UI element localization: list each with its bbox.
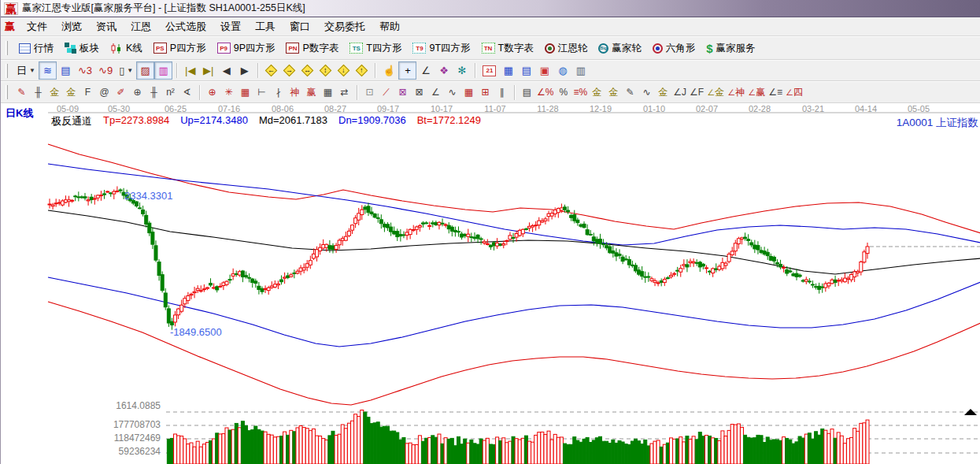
btn-volume-view[interactable]: ▥ [154,61,172,80]
draw-tool-47[interactable]: ∠四 [784,84,804,101]
btn-period-day[interactable]: 日▼ [13,61,39,80]
btn-next-page[interactable]: ▶ [235,61,253,80]
draw-tool-38[interactable]: ✎ [622,84,638,101]
btn-crosshair[interactable]: + [398,61,416,80]
draw-tool-44[interactable]: ∠神 [726,84,746,101]
btn-p-square[interactable]: PSP四方形 [148,40,212,57]
draw-tool-18[interactable]: 赢 [303,84,320,101]
draw-tool-40[interactable]: 金 [655,84,671,101]
draw-tool-16[interactable]: ∤ [270,84,287,101]
draw-tool-32[interactable]: ▤ [519,84,535,101]
draw-tool-27[interactable]: ∿ [444,84,460,101]
btn-wave-9[interactable]: ∿9 [95,61,116,80]
draw-tool-35[interactable]: ≡% [571,84,589,101]
menu-item-2[interactable]: 资讯 [89,18,124,35]
menu-item-4[interactable]: 公式选股 [158,18,213,35]
menu-item-6[interactable]: 工具 [248,18,283,35]
btn-hexagon[interactable]: 六角形 [647,40,701,57]
btn-sectors[interactable]: 板块 [59,40,105,57]
draw-tool-9[interactable]: n² [162,84,179,101]
btn-trend-line[interactable]: ∠ [416,61,435,80]
btn-zoom-y[interactable]: ↕ [316,61,335,80]
btn-gann-shape[interactable]: ❖ [435,61,453,80]
btn-calculator[interactable]: ▦ [499,61,517,80]
draw-tool-12[interactable]: ⊕ [204,84,220,101]
btn-9p-square[interactable]: P99P四方形 [212,40,281,57]
draw-tool-41[interactable]: ∠J [671,84,688,101]
draw-tool-0[interactable]: ✎ [13,84,30,101]
btn-region-map[interactable]: ▨ [136,61,154,80]
draw-tool-10[interactable]: ∢ [179,84,195,101]
btn-drag-hand[interactable]: ☝ [379,61,398,80]
draw-tool-30[interactable]: ∥ [494,84,510,101]
menu-item-5[interactable]: 设置 [213,18,248,35]
menu-item-1[interactable]: 浏览 [54,18,89,35]
draw-tool-14[interactable]: ▦ [237,84,253,101]
draw-tool-23[interactable]: ⟋ [378,84,394,101]
draw-tool-2[interactable]: 金 [46,84,63,101]
btn-prev-page[interactable]: ◀ [217,61,235,80]
btn-calendar[interactable]: 21 [479,61,499,80]
toolbar-grip[interactable] [6,64,8,78]
btn-wave-3[interactable]: ∿3 [75,61,95,80]
draw-tool-37[interactable]: 金 [605,84,622,101]
draw-tool-46[interactable]: ∠≡ [767,84,784,101]
menu-item-9[interactable]: 帮助 [372,18,407,35]
draw-tool-5[interactable]: @ [96,84,113,101]
draw-tool-39[interactable]: ∿ [638,84,655,101]
draw-tool-17[interactable]: 神 [287,84,303,101]
draw-tool-26[interactable]: ∠ [427,84,444,101]
btn-quotes[interactable]: 行情 [13,40,59,57]
title-bar[interactable]: 赢 赢家江恩专业版[赢家服务平台] - [上证指数 SH1A0001-255日K… [1,0,980,17]
menu-item-7[interactable]: 窗口 [283,18,317,35]
draw-tool-33[interactable]: ∠% [535,84,555,101]
draw-tool-6[interactable]: ✐ [113,84,129,101]
draw-tool-28[interactable]: ▦ [460,84,477,101]
draw-tool-29[interactable]: ⊞ [477,84,494,101]
btn-pan-left[interactable]: ← [262,61,280,80]
menu-item-3[interactable]: 江恩 [124,18,158,35]
draw-tool-1[interactable]: ╫ [30,84,46,101]
draw-tool-25[interactable]: ⊠ [411,84,427,101]
draw-tool-42[interactable]: ∠F [688,84,705,101]
btn-9t-square[interactable]: T99T四方形 [407,40,475,57]
menu-item-0[interactable]: 文件 [20,18,54,35]
btn-p-table[interactable]: PNP数字表 [280,40,344,57]
draw-tool-43[interactable]: ∠金 [705,84,726,101]
btn-gann-wheel[interactable]: 江恩轮 [539,40,594,57]
draw-tool-19[interactable]: ▦ [320,84,336,101]
draw-tool-3[interactable]: 金 [63,84,80,101]
draw-tool-34[interactable]: % [555,84,571,101]
btn-candle-style[interactable]: ▯▼ [116,61,136,80]
btn-kline[interactable]: K线 [105,40,148,57]
toolbar-grip[interactable] [6,85,8,99]
btn-pan-up[interactable]: ↑ [353,61,371,80]
draw-tool-8[interactable]: ╫ [146,84,162,101]
draw-tool-36[interactable]: 金 [589,84,605,101]
btn-t-square[interactable]: TST四方形 [344,40,407,57]
btn-info-list[interactable]: ▤ [57,61,75,80]
draw-tool-7[interactable]: ⊕ [129,84,146,101]
btn-pan-right[interactable]: → [280,61,298,80]
btn-first-page[interactable]: |◀ [181,61,199,80]
btn-pattern[interactable]: ✻ [453,61,471,80]
toolbar-grip[interactable] [6,41,8,55]
btn-remote[interactable]: ▥ [571,61,590,80]
draw-tool-20[interactable]: ⇄ [336,84,353,101]
btn-save[interactable]: ▣ [535,61,553,80]
btn-web[interactable]: ◍ [553,61,571,80]
draw-tool-24[interactable]: ⊠ [394,84,411,101]
btn-t-table[interactable]: TNT数字表 [476,40,539,57]
btn-pan-down[interactable]: ↓ [335,61,353,80]
draw-tool-4[interactable]: F [80,84,96,101]
draw-tool-45[interactable]: ∠赢 [746,84,767,101]
draw-tool-22[interactable]: ⊡ [361,84,378,101]
draw-tool-15[interactable]: ⊢ [253,84,270,101]
btn-winner-wheel[interactable]: Big赢家轮 [593,40,647,57]
btn-zoom-x[interactable]: ↔ [298,61,316,80]
btn-notes[interactable]: ▤ [517,61,535,80]
btn-winner-service[interactable]: $赢家服务 [701,40,760,57]
menu-item-8[interactable]: 交易委托 [317,18,372,35]
draw-tool-13[interactable]: ✳ [220,84,237,101]
btn-main-view[interactable]: ≋ [39,61,57,80]
